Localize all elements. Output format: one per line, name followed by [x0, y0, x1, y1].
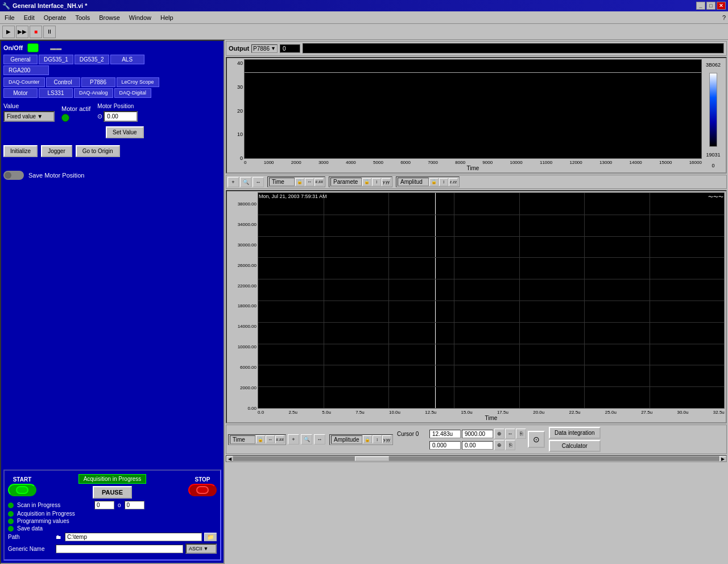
bottom-time-scale[interactable]: ↔ — [266, 435, 275, 443]
path-browse-button[interactable]: 📁 — [204, 533, 217, 541]
scrollbar-thumb[interactable] — [355, 456, 389, 461]
help-icon[interactable]: ? — [722, 14, 728, 21]
acq-in-progress-label: Acquisition in Progress — [78, 474, 147, 484]
initialize-button[interactable]: Initialize — [3, 145, 38, 157]
bottom-ampl-format[interactable]: y.yy — [382, 435, 391, 443]
tab-motor[interactable]: Motor — [3, 88, 38, 98]
bottom-time-lock[interactable]: 🔒 — [256, 435, 265, 443]
stop-label: STOP — [195, 476, 210, 483]
generic-name-input[interactable] — [56, 545, 183, 553]
close-btn[interactable]: ✕ — [717, 2, 726, 10]
onoff-row: On/Off ▬▬ — [3, 43, 221, 52]
value-dropdown[interactable]: Fixed value ▼ — [3, 111, 55, 122]
menu-bar: File Edit Operate Tools Browse Window He… — [0, 11, 728, 24]
ascii-dropdown[interactable]: ASCII▼ — [185, 544, 217, 554]
menu-help[interactable]: Help — [156, 13, 178, 22]
toolbar-run[interactable]: ▶ — [2, 26, 15, 38]
menu-file[interactable]: File — [0, 13, 19, 22]
toolbar-run2[interactable]: ▶▶ — [16, 26, 28, 38]
left-panel: On/Off ▬▬ General DG535_1 DG535_2 ALS RG… — [0, 40, 225, 564]
scan-value-input[interactable] — [94, 501, 114, 509]
cursor0-crosshair[interactable]: ⊕ — [494, 429, 504, 439]
menu-edit[interactable]: Edit — [19, 13, 39, 22]
motor-position-input[interactable] — [104, 111, 138, 122]
toolbar-stop[interactable]: ■ — [30, 26, 42, 38]
save-data-label: Save data — [17, 525, 91, 532]
param-format-btn[interactable]: y.yy — [382, 178, 391, 186]
tab-ls331[interactable]: LS331 — [39, 88, 73, 98]
p7886-dropdown-icon[interactable]: ▼ — [271, 46, 276, 51]
bottom-tool-crosshair[interactable]: + — [288, 434, 299, 444]
time-scale-btn[interactable]: ↔ — [305, 178, 314, 186]
toolbar-pause[interactable]: ⏸ — [43, 26, 56, 38]
tool-pan[interactable]: ↔ — [253, 177, 264, 187]
cursor1-crosshair[interactable]: ⊕ — [494, 440, 504, 450]
jogger-button[interactable]: Jogger — [41, 145, 72, 157]
programming-row: Programming values — [8, 518, 217, 524]
scan-of-input[interactable] — [125, 501, 144, 509]
bottom-tool-pan[interactable]: ↔ — [314, 434, 325, 444]
tab-general[interactable]: General — [3, 55, 38, 64]
tab-daq-analog[interactable]: DAQ-Analog — [74, 88, 113, 98]
path-input[interactable] — [65, 533, 202, 541]
target-button[interactable]: ⊙ — [528, 431, 545, 448]
start-label: START — [13, 476, 32, 483]
grid-h8 — [258, 365, 724, 365]
cursor1-amp-display: 0.00 — [462, 441, 493, 450]
tool-crosshair[interactable]: + — [228, 177, 239, 187]
top-chart-area: Parameter 0 1000 2000 3000 4000 5000 — [244, 59, 702, 171]
bottom-time-format[interactable]: #.## — [275, 435, 284, 443]
calculator-button[interactable]: Calculator — [549, 440, 601, 452]
cursor1-copy[interactable]: ⎘ — [505, 440, 515, 450]
grid-v5 — [584, 193, 585, 408]
tab-control[interactable]: Control — [46, 77, 80, 87]
menu-window[interactable]: Window — [125, 13, 156, 22]
go-to-origin-button[interactable]: Go to Origin — [76, 145, 120, 157]
save-motor-toggle[interactable] — [3, 171, 24, 180]
motor-actif-section: Motor actif — [61, 105, 90, 122]
horizontal-scrollbar[interactable]: ◀ ▶ — [226, 455, 727, 462]
bottom-ampl-control: Amplitude 🔒 ↕ y.yy — [329, 434, 393, 445]
maximize-btn[interactable]: □ — [706, 2, 715, 10]
cursor0-copy[interactable]: ⎘ — [516, 429, 526, 439]
minimize-btn[interactable]: _ — [696, 2, 705, 10]
ampl-lock-btn[interactable]: 🔒 — [429, 178, 439, 186]
tab-lecroy[interactable]: LeCroy Scope — [117, 77, 159, 87]
onoff-led[interactable] — [27, 43, 39, 52]
param-lock-btn[interactable]: 🔒 — [362, 178, 371, 186]
tab-als[interactable]: ALS — [110, 55, 144, 64]
generic-name-row: Generic Name ASCII▼ — [8, 544, 217, 554]
start-button[interactable] — [8, 484, 36, 496]
menu-browse[interactable]: Browse — [94, 13, 125, 22]
data-integration-button[interactable]: Data integration — [549, 427, 601, 439]
scrollbar-right-btn[interactable]: ▶ — [719, 456, 726, 462]
scrollbar-left-btn[interactable]: ◀ — [226, 456, 233, 462]
tab-dg535-2[interactable]: DG535_2 — [75, 55, 109, 64]
menu-operate[interactable]: Operate — [39, 13, 71, 22]
tab-daq-counter[interactable]: DAQ-Counter — [3, 77, 45, 87]
bottom-tool-zoom[interactable]: 🔍 — [301, 434, 312, 444]
set-value-button[interactable]: Set Value — [106, 126, 144, 138]
param-scale-btn[interactable]: ↕ — [372, 178, 381, 186]
tabs-row1: General DG535_1 DG535_2 ALS — [3, 55, 221, 64]
time-lock-btn[interactable]: 🔒 — [295, 178, 304, 186]
time-format-btn[interactable]: #.## — [315, 178, 324, 186]
tab-p7886[interactable]: P7886 — [81, 77, 115, 87]
bottom-ampl-scale[interactable]: ↕ — [373, 435, 382, 443]
cursor0-move[interactable]: ↔ — [505, 429, 515, 439]
bottom-ampl-lock[interactable]: 🔒 — [363, 435, 372, 443]
menu-tools[interactable]: Tools — [71, 13, 94, 22]
ampl-scale-btn[interactable]: ↕ — [439, 178, 448, 186]
chart-waveform-icon[interactable]: 〜〜〜 — [708, 194, 723, 201]
chart-timestamp: Mon, Jul 21, 2003 7:59:31 AM — [259, 194, 327, 199]
tab-rga200[interactable]: RGA200 — [3, 65, 49, 75]
grid-h7 — [258, 344, 724, 344]
ampl-format-btn[interactable]: z.zz — [449, 178, 458, 186]
title-bar-icon: 🔧 — [2, 2, 10, 10]
grid-h1 — [258, 215, 724, 215]
tab-dg535-1[interactable]: DG535_1 — [39, 55, 73, 64]
pause-button[interactable]: PAUSE — [93, 486, 132, 499]
tab-daq-digital[interactable]: DAQ-Digital — [114, 88, 152, 98]
stop-button[interactable] — [188, 484, 217, 496]
tool-zoom[interactable]: 🔍 — [240, 177, 251, 187]
